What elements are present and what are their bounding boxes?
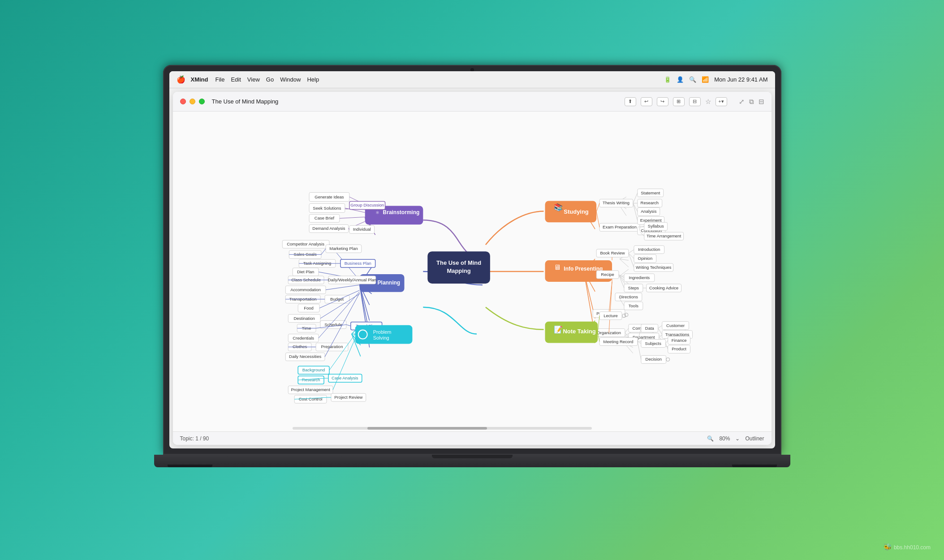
svg-text:📚: 📚 [554, 203, 563, 211]
svg-text:Daily/Weekly/Annual Plan: Daily/Weekly/Annual Plan [328, 277, 376, 282]
watermark: 🐝 bbs.hh010.com [884, 543, 931, 551]
battery-icon: 🔋 [664, 76, 671, 83]
undo-button[interactable]: ↩ [641, 97, 652, 106]
svg-text:Case Analysis: Case Analysis [332, 375, 358, 380]
svg-text:Syllabus: Syllabus [647, 224, 664, 228]
titlebar-controls: ⬆ ↩ ↪ ⊞ ⊟ ☆ +▾ ⤢ ⧉ ⊟ [625, 97, 764, 106]
svg-text:Data: Data [645, 326, 654, 331]
svg-text:Finance: Finance [671, 338, 686, 343]
outliner-button[interactable]: Outliner [745, 435, 764, 442]
pip-button[interactable]: ⧉ [749, 98, 754, 106]
svg-text:Introduction: Introduction [638, 247, 660, 252]
maximize-button[interactable] [199, 99, 205, 104]
menu-window[interactable]: Window [280, 76, 301, 83]
statusbar: Topic: 1 / 90 🔍 80% ⌄ Outliner [173, 431, 772, 445]
svg-text:Lecture: Lecture [603, 313, 618, 318]
svg-text:Ingredients: Ingredients [629, 275, 650, 280]
svg-point-259 [666, 358, 669, 361]
svg-text:📝: 📝 [554, 325, 563, 334]
svg-line-262 [658, 326, 662, 328]
svg-line-179 [633, 203, 637, 220]
redo-button[interactable]: ↪ [657, 97, 668, 106]
svg-text:Competitor Analysis: Competitor Analysis [287, 241, 324, 246]
svg-line-103 [325, 285, 359, 290]
svg-text:Product: Product [672, 346, 686, 351]
svg-text:Demand Analysis: Demand Analysis [312, 226, 345, 231]
statusbar-right: 🔍 80% ⌄ Outliner [707, 435, 764, 442]
svg-text:Research: Research [302, 377, 320, 382]
menu-help[interactable]: Help [307, 76, 319, 83]
laptop: 🍎 XMind File Edit View Go Window Help 🔋 … [154, 65, 790, 495]
svg-line-176 [633, 203, 637, 211]
star-icon[interactable]: ☆ [705, 98, 711, 106]
sidebar-toggle[interactable]: ⊟ [759, 98, 764, 106]
svg-line-143 [329, 334, 355, 370]
svg-text:Brainstorming: Brainstorming [383, 209, 419, 215]
menu-items: File Edit View Go Window Help [216, 76, 319, 83]
svg-line-84 [321, 249, 326, 254]
svg-text:Book Review: Book Review [600, 250, 625, 255]
svg-text:Tools: Tools [628, 303, 638, 308]
svg-text:Cooking Advice: Cooking Advice [649, 285, 678, 290]
menubar: 🍎 XMind File Edit View Go Window Help 🔋 … [169, 71, 775, 88]
svg-line-122 [346, 325, 350, 326]
svg-text:Experiment: Experiment [640, 218, 661, 223]
menubar-right: 🔋 👤 🔍 📶 Mon Jun 22 9:41 AM [664, 76, 767, 83]
svg-line-230 [625, 328, 628, 333]
svg-text:Transportation: Transportation [289, 297, 316, 302]
apple-icon: 🍎 [177, 75, 185, 84]
svg-text:Customer: Customer [666, 323, 685, 328]
share-button[interactable]: ⬆ [625, 97, 636, 106]
canvas-area[interactable]: The Use of Mind Mapping ⚛ Brainstorming … [173, 112, 772, 431]
svg-text:Preparation: Preparation [321, 344, 343, 349]
search-icon[interactable]: 🔍 [689, 76, 696, 83]
horizontal-scrollbar[interactable] [293, 427, 592, 430]
svg-text:Problem: Problem [373, 329, 391, 335]
svg-text:Background: Background [302, 367, 325, 372]
svg-text:Diet Plan: Diet Plan [297, 269, 314, 274]
datetime: Mon Jun 22 9:41 AM [714, 76, 767, 83]
topic-count: Topic: 1 / 90 [180, 435, 209, 442]
svg-text:Statement: Statement [641, 190, 660, 195]
svg-text:Destination: Destination [293, 316, 315, 321]
close-button[interactable] [180, 99, 186, 104]
svg-line-170 [633, 193, 637, 203]
svg-line-207 [628, 250, 634, 253]
menu-view[interactable]: View [247, 76, 260, 83]
svg-line-255 [637, 342, 641, 344]
svg-text:⚛: ⚛ [375, 210, 379, 215]
more-button[interactable]: +▾ [716, 97, 727, 106]
svg-text:Project Review: Project Review [334, 395, 362, 400]
svg-text:Research: Research [640, 200, 659, 205]
app-window: The Use of Mind Mapping ⬆ ↩ ↪ ⊞ ⊟ ☆ +▾ ⤢… [173, 92, 772, 445]
svg-text:Subjects: Subjects [645, 341, 661, 346]
scrollbar-thumb[interactable] [367, 427, 487, 430]
minimize-button[interactable] [190, 99, 195, 104]
svg-line-258 [637, 342, 641, 360]
svg-text:Analysis: Analysis [641, 209, 657, 214]
svg-text:Business Plan: Business Plan [344, 261, 371, 266]
svg-text:Daily Necessities: Daily Necessities [289, 354, 321, 359]
menu-edit[interactable]: Edit [231, 76, 241, 83]
svg-text:Seek Solutions: Seek Solutions [313, 206, 341, 211]
svg-text:Food: Food [304, 306, 314, 310]
svg-text:Planning: Planning [377, 280, 400, 286]
insert-button[interactable]: ⊞ [673, 97, 685, 106]
window-title: The Use of Mind Mapping [212, 98, 279, 105]
svg-text:Exam Preparation: Exam Preparation [603, 224, 637, 229]
menu-file[interactable]: File [216, 76, 225, 83]
laptop-foot-left [168, 465, 212, 467]
zoom-icon: 🔍 [707, 435, 714, 442]
traffic-lights [180, 99, 205, 104]
zoom-level: 80% [719, 435, 730, 442]
svg-line-213 [628, 253, 634, 267]
menu-go[interactable]: Go [266, 76, 274, 83]
svg-text:Task Assigning: Task Assigning [303, 261, 331, 266]
svg-text:Meeting Record: Meeting Record [603, 339, 633, 344]
fullscreen-button[interactable]: ⤢ [739, 98, 745, 106]
svg-line-67 [339, 217, 365, 218]
zoom-stepper[interactable]: ⌄ [735, 435, 740, 442]
view-button[interactable]: ⊟ [689, 97, 701, 106]
svg-text:Credentials: Credentials [293, 336, 314, 340]
svg-text:Time: Time [302, 326, 311, 331]
